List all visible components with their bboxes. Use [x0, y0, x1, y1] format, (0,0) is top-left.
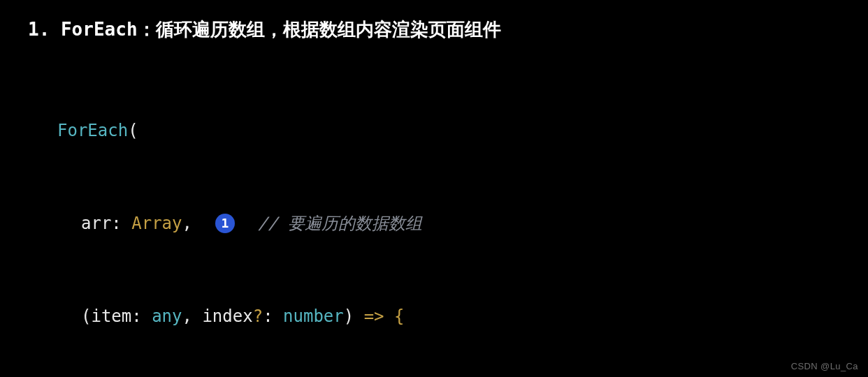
- code-line-3: (item: any, index?: number) => {: [57, 301, 840, 332]
- watermark: CSDN @Lu_Ca: [791, 361, 858, 371]
- token-arrow: =>: [354, 306, 394, 326]
- token-type-array: Array: [131, 214, 182, 233]
- heading: 1. ForEach：循环遍历数组，根据数组内容渲染页面组件: [28, 13, 840, 46]
- heading-colon: ：: [138, 19, 156, 40]
- token-comma: ,: [182, 306, 203, 326]
- token-item: item: [91, 306, 131, 326]
- token-colon: :: [263, 306, 283, 326]
- token-arr: arr: [81, 214, 111, 233]
- heading-rest: 循环遍历数组，根据数组内容渲染页面组件: [156, 19, 501, 40]
- annotation-badge-1: 1: [215, 214, 235, 233]
- token-close-paren: ): [344, 306, 354, 326]
- token-open-paren: (: [81, 306, 91, 326]
- code-line-1: ForEach(: [57, 115, 840, 146]
- token-call-foreach: ForEach: [57, 121, 128, 140]
- comment-1-text: 要遍历的数据数组: [288, 214, 422, 233]
- token-colon: :: [111, 214, 131, 233]
- comment-slash: //: [258, 214, 288, 233]
- token-optional: ?: [253, 306, 263, 326]
- slide: 1. ForEach：循环遍历数组，根据数组内容渲染页面组件 ForEach( …: [0, 0, 868, 377]
- heading-number: 1.: [28, 19, 61, 40]
- code-block: ForEach( arr: Array, 1 // 要遍历的数据数组 (item…: [28, 53, 840, 377]
- token-type-number: number: [283, 306, 344, 326]
- token-type-any: any: [152, 306, 182, 326]
- token-open-paren: (: [128, 121, 138, 140]
- token-colon: :: [131, 306, 152, 326]
- token-open-brace: {: [394, 306, 404, 326]
- token-comma: ,: [182, 214, 192, 233]
- heading-term: ForEach: [61, 19, 138, 40]
- token-index: index: [202, 306, 252, 326]
- code-line-2: arr: Array, 1 // 要遍历的数据数组: [57, 208, 840, 239]
